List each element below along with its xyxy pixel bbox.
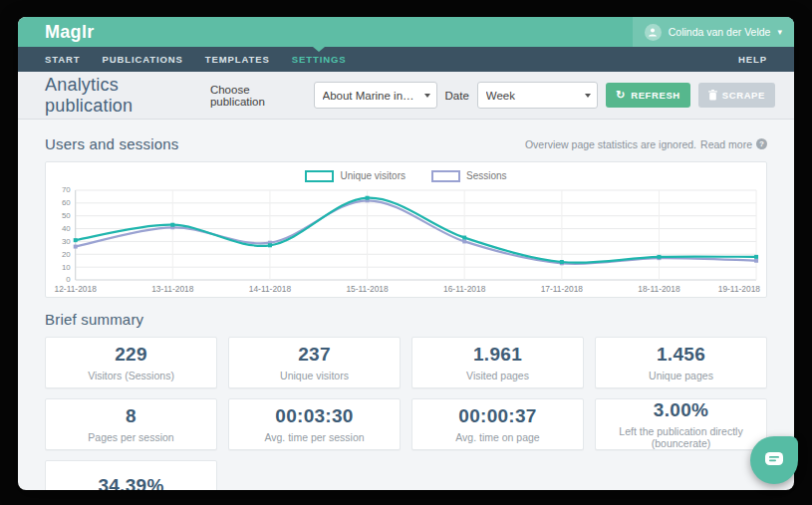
svg-text:13-11-2018: 13-11-2018 — [151, 284, 194, 294]
summary-card-label: Pages per session — [84, 431, 177, 443]
summary-card-label: Avg. time on page — [451, 431, 543, 443]
date-label: Date — [445, 90, 469, 102]
user-avatar-icon — [645, 24, 662, 41]
brand-logo: Maglr — [18, 17, 95, 47]
svg-text:14-11-2018: 14-11-2018 — [249, 284, 292, 294]
svg-text:16-11-2018: 16-11-2018 — [443, 284, 486, 294]
summary-card-value: 00:00:37 — [458, 405, 536, 427]
summary-card-label: Visitors (Sessions) — [84, 370, 178, 381]
svg-text:70: 70 — [62, 185, 71, 194]
date-select[interactable]: Week — [477, 82, 599, 109]
summary-card-value: 229 — [115, 344, 147, 366]
svg-text:17-11-2018: 17-11-2018 — [541, 284, 584, 294]
summary-card: 229Visitors (Sessions) — [45, 337, 217, 388]
legend-label: Unique visitors — [340, 170, 406, 181]
scrape-button[interactable]: SCRAPE — [698, 83, 775, 108]
summary-card-value: 8 — [126, 405, 136, 427]
summary-card: 237Unique visitors — [228, 337, 401, 388]
choose-publication-label: Choose publication — [210, 84, 306, 108]
help-question-icon[interactable]: ? — [756, 138, 767, 149]
legend-swatch — [431, 170, 460, 182]
svg-text:19-11-2018: 19-11-2018 — [718, 284, 761, 294]
main-nav: STARTPUBLICATIONSTEMPLATESSETTINGS HELP — [18, 47, 794, 72]
svg-text:12-11-2018: 12-11-2018 — [55, 284, 98, 294]
legend-item[interactable]: Unique visitors — [305, 170, 406, 182]
summary-card-value: 00:03:30 — [275, 405, 353, 427]
svg-text:15-11-2018: 15-11-2018 — [346, 284, 389, 294]
select-caret-icon — [585, 94, 591, 98]
nav-item-templates[interactable]: TEMPLATES — [205, 47, 270, 72]
svg-text:20: 20 — [62, 250, 71, 259]
nav-item-start[interactable]: START — [45, 47, 80, 72]
summary-card-value: 237 — [298, 344, 331, 366]
summary-card-label: Unique pages — [645, 370, 717, 381]
overview-note: Overview page statistics are ignored. Re… — [525, 138, 767, 150]
content-area: Users and sessions Overview page statist… — [18, 120, 794, 490]
legend-label: Sessions — [466, 170, 507, 181]
svg-text:60: 60 — [62, 198, 71, 207]
chat-launcher-button[interactable] — [750, 436, 798, 484]
svg-text:50: 50 — [62, 211, 71, 220]
summary-card: 1.456Unique pages — [595, 337, 767, 388]
user-menu[interactable]: Colinda van der Velde ▾ — [633, 17, 794, 47]
nav-item-publications[interactable]: PUBLICATIONS — [102, 47, 182, 72]
nav-item-help[interactable]: HELP — [738, 54, 767, 65]
svg-text:40: 40 — [62, 224, 71, 233]
summary-card-value: 3.00% — [654, 399, 708, 421]
users-sessions-header: Users and sessions Overview page statist… — [45, 135, 767, 152]
summary-card-value: 34.39% — [98, 475, 163, 490]
refresh-button[interactable]: ↻ REFRESH — [606, 83, 689, 108]
toolbar-controls: Choose publication About Marine ingenuit… — [210, 82, 775, 109]
chat-bubble-icon — [764, 451, 784, 470]
page-title: Analytics publication — [45, 75, 210, 117]
svg-text:10: 10 — [62, 263, 71, 272]
brief-summary-title: Brief summary — [45, 311, 143, 328]
chevron-down-icon: ▾ — [777, 28, 782, 37]
summary-card-label: Unique visitors — [276, 370, 353, 381]
nav-item-settings[interactable]: SETTINGS — [292, 47, 347, 72]
summary-card-label: Visited pages — [462, 370, 533, 381]
app-window: Maglr Colinda van der Velde ▾ STARTPUBLI… — [18, 17, 794, 490]
chart-legend: Unique visitorsSessions — [48, 167, 764, 184]
summary-card-value: 1.961 — [473, 344, 522, 366]
user-name: Colinda van der Velde — [669, 26, 771, 38]
svg-text:18-11-2018: 18-11-2018 — [638, 284, 680, 294]
users-sessions-title: Users and sessions — [45, 135, 179, 152]
nav-items: STARTPUBLICATIONSTEMPLATESSETTINGS — [45, 47, 346, 72]
trash-icon — [708, 90, 717, 101]
summary-card: 00:03:30Avg. time per session — [228, 398, 401, 450]
legend-swatch — [305, 170, 334, 182]
read-more-link[interactable]: Read more — [700, 138, 752, 150]
users-sessions-chart: 01020304050607012-11-201813-11-201814-11… — [48, 184, 764, 296]
analytics-toolbar: Analytics publication Choose publication… — [18, 72, 794, 120]
summary-card-label: Avg. time per session — [260, 431, 368, 443]
legend-item[interactable]: Sessions — [431, 170, 507, 182]
summary-cards: 229Visitors (Sessions)237Unique visitors… — [45, 337, 767, 490]
select-caret-icon — [424, 94, 430, 98]
users-sessions-chart-panel: Unique visitorsSessions 0102030405060701… — [45, 161, 767, 298]
svg-text:30: 30 — [62, 237, 71, 246]
refresh-icon: ↻ — [616, 90, 626, 101]
summary-card-value: 1.456 — [657, 344, 705, 366]
summary-card: 8Pages per session — [45, 398, 217, 450]
summary-card-label: Left the publication directly (bouncerat… — [596, 425, 766, 449]
publication-select[interactable]: About Marine ingenuity - — [314, 82, 437, 109]
summary-card: 1.961Visited pages — [411, 337, 584, 388]
summary-card: 34.39% — [45, 460, 217, 490]
summary-card: 00:00:37Avg. time on page — [411, 398, 584, 450]
summary-card: 3.00%Left the publication directly (boun… — [595, 398, 767, 450]
top-header: Maglr Colinda van der Velde ▾ — [18, 17, 794, 47]
brief-summary-header: Brief summary — [45, 311, 767, 328]
